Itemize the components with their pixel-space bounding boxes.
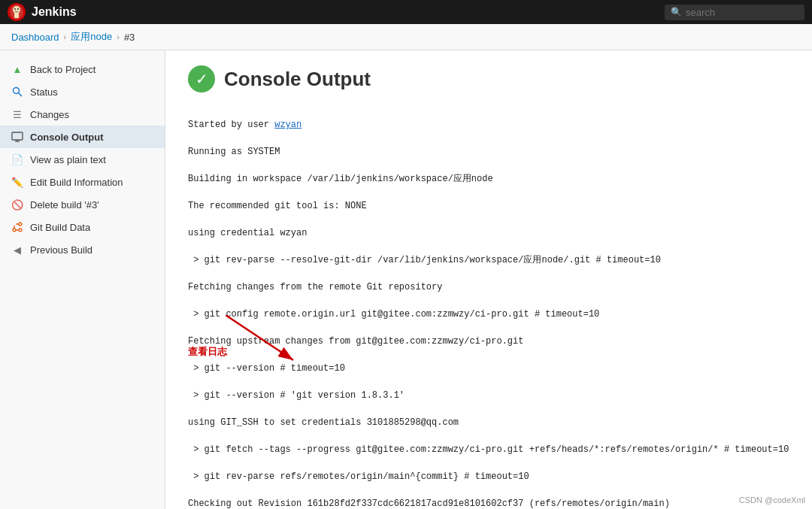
arrow-up-icon: ▲ [11, 62, 24, 76]
console-line: Running as SYSTEM [188, 145, 789, 159]
title-row: ✓ Console Output [188, 65, 789, 92]
svg-point-4 [17, 8, 19, 10]
navbar: Jenkins 🔍 [0, 0, 812, 24]
svg-point-12 [19, 229, 22, 232]
link-user[interactable]: wzyan [274, 120, 301, 130]
console-line: > git rev-parse refs/remotes/origin/main… [188, 470, 789, 483]
breadcrumb-sep-2: › [117, 32, 120, 41]
annotation-label: 查看日志 [188, 345, 227, 359]
console-line: > git rev-parse --resolve-git-dir /var/l… [188, 253, 789, 267]
sidebar-label-console: Console Output [30, 132, 104, 143]
ban-icon: 🚫 [11, 198, 24, 211]
sidebar-item-git-build[interactable]: Git Build Data [0, 216, 165, 238]
sidebar-label-plain: View as plain text [30, 154, 106, 165]
list-icon: ☰ [11, 108, 24, 121]
svg-rect-7 [12, 132, 23, 140]
sidebar-label-changes: Changes [30, 109, 69, 120]
svg-point-11 [13, 229, 16, 232]
svg-point-3 [14, 8, 16, 10]
sidebar-item-console-output[interactable]: Console Output [0, 126, 165, 148]
git-icon [11, 220, 24, 234]
sidebar-item-changes[interactable]: ☰ Changes [0, 103, 165, 126]
arrow-left-icon: ◀ [11, 243, 24, 256]
console-line: using GIT_SSH to set credentials 3101885… [188, 416, 789, 429]
search-input[interactable] [686, 7, 798, 18]
navbar-title: Jenkins [32, 5, 77, 19]
search-icon: 🔍 [671, 7, 682, 17]
sidebar-item-status[interactable]: Status [0, 80, 165, 103]
console-line: Started by user wzyan [188, 118, 789, 132]
pencil-icon: ✏️ [11, 175, 24, 189]
layout: ▲ Back to Project Status ☰ Changes [0, 50, 812, 509]
breadcrumb-dashboard[interactable]: Dashboard [11, 32, 59, 43]
sidebar-item-previous-build[interactable]: ◀ Previous Build [0, 238, 165, 261]
sidebar: ▲ Back to Project Status ☰ Changes [0, 50, 165, 509]
svg-point-5 [14, 88, 20, 94]
sidebar-label-delete: Delete build '#3' [30, 199, 99, 211]
jenkins-logo [8, 3, 26, 21]
console-line: > git --version # 'git version 1.8.3.1' [188, 389, 789, 402]
sidebar-label-git: Git Build Data [30, 222, 90, 233]
svg-rect-2 [14, 13, 19, 18]
console-line: > git fetch --tags --progress git@gitee.… [188, 443, 789, 456]
navbar-left: Jenkins [8, 3, 77, 21]
file-icon: 📄 [11, 153, 24, 166]
sidebar-item-edit-build[interactable]: ✏️ Edit Build Information [0, 171, 165, 193]
success-check-icon: ✓ [188, 65, 215, 92]
console-line: using credential wzyan [188, 226, 789, 240]
sidebar-item-delete-build[interactable]: 🚫 Delete build '#3' [0, 193, 165, 216]
console-line: The recommended git tool is: NONE [188, 199, 789, 213]
sidebar-label-back: Back to Project [30, 64, 95, 75]
sidebar-item-view-plain[interactable]: 📄 View as plain text [0, 148, 165, 171]
console-line: > git --version # timeout=10 [188, 362, 789, 375]
console-line: Fetching changes from the remote Git rep… [188, 280, 789, 294]
breadcrumb: Dashboard › 应用node › #3 [0, 24, 812, 50]
console-line: Checking out Revision 161b28fd2f337cdc66… [188, 497, 789, 509]
sidebar-item-back-to-project[interactable]: ▲ Back to Project [0, 58, 165, 80]
console-wrapper: 查看日志 Started by user wzyan Running as SY… [188, 105, 789, 509]
sidebar-label-edit: Edit Build Information [30, 177, 123, 188]
svg-point-10 [19, 223, 22, 226]
breadcrumb-node[interactable]: 应用node [71, 30, 112, 44]
console-line: Building in workspace /var/lib/jenkins/w… [188, 172, 789, 186]
console-output: Started by user wzyan Running as SYSTEM … [188, 105, 789, 509]
page-title: Console Output [224, 68, 371, 91]
main-content: ✓ Console Output 查看日志 Started by user wz… [165, 50, 812, 509]
console-line: > git config remote.origin.url git@gitee… [188, 308, 789, 321]
sidebar-label-status: Status [30, 86, 58, 98]
console-line: Fetching upstream changes from git@gitee… [188, 335, 789, 348]
search-box[interactable]: 🔍 [665, 5, 804, 20]
monitor-icon [11, 130, 24, 144]
sidebar-label-previous: Previous Build [30, 244, 92, 256]
svg-line-6 [19, 93, 23, 97]
svg-point-1 [13, 6, 20, 14]
search-icon-sidebar [11, 85, 24, 98]
watermark: CSDN @codeXml [736, 495, 808, 505]
breadcrumb-sep-1: › [64, 32, 67, 41]
breadcrumb-build: #3 [124, 32, 135, 43]
